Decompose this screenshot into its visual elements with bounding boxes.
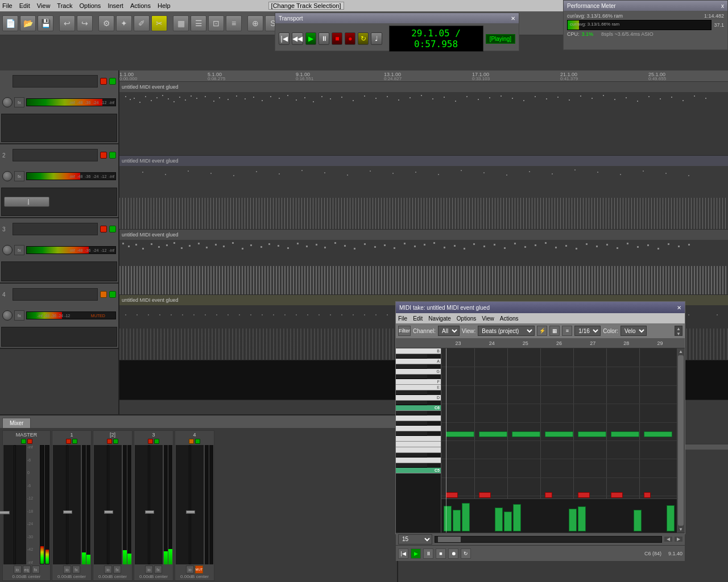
menu-view[interactable]: View xyxy=(37,2,51,9)
rec-arm-button[interactable]: ⊕ xyxy=(247,15,263,31)
track-2-led-rec[interactable] xyxy=(100,152,107,159)
mixer-ch3-led-green[interactable] xyxy=(154,439,159,444)
piano-key-Gb6[interactable] xyxy=(396,375,427,379)
midi-tool-3[interactable]: ≡ xyxy=(562,326,572,336)
mixer-ch1-fader-handle[interactable] xyxy=(63,510,72,514)
midi-tool-1[interactable]: ⚡ xyxy=(537,326,547,336)
midi-menu-actions[interactable]: Actions xyxy=(500,315,519,322)
lock-button[interactable]: ≡ xyxy=(226,15,242,31)
vel-bar-10[interactable] xyxy=(667,505,675,531)
midi-hscroll-right[interactable]: ▶ xyxy=(675,537,682,542)
midi-view-select[interactable]: Beats (project) xyxy=(478,326,535,336)
piano-key-A6[interactable]: A xyxy=(396,359,441,364)
mixer-ch4-led-orange[interactable] xyxy=(189,439,194,444)
midi-note-3[interactable] xyxy=(512,431,540,437)
mixer-ch3-fader[interactable] xyxy=(135,445,163,564)
piano-key-G6[interactable]: G xyxy=(396,369,441,375)
piano-key-Bb6[interactable] xyxy=(396,354,427,359)
rewind-button[interactable]: |◀ xyxy=(279,32,289,45)
mixer-ch2-led-red[interactable] xyxy=(107,439,112,444)
transport-close-button[interactable]: ✕ xyxy=(511,15,515,22)
track-1-input-btn[interactable] xyxy=(2,97,13,107)
snap-button[interactable]: ⊡ xyxy=(208,15,224,31)
mixer-ch1-led-green[interactable] xyxy=(72,439,77,444)
midi-pause-btn[interactable]: ⏸ xyxy=(423,548,433,559)
mixer-ch4-mute-btn[interactable]: MUT xyxy=(195,566,203,573)
piano-key-E6[interactable]: E xyxy=(396,385,441,390)
mixer-ch4-io-btn[interactable]: io xyxy=(186,566,194,573)
pause-button[interactable]: ⏸ xyxy=(318,32,329,45)
track-4-led-mute[interactable] xyxy=(109,291,116,298)
track-lane-2-inner[interactable]: untitled MIDI event glued xyxy=(119,156,728,229)
piano-key-Bb5[interactable] xyxy=(396,415,441,421)
piano-key-Eb5[interactable] xyxy=(396,453,427,458)
midi-vscrollbar[interactable]: ▲ ▼ xyxy=(677,348,685,533)
midi-stop-btn[interactable]: ■ xyxy=(436,548,446,559)
menu-options[interactable]: Options xyxy=(79,2,101,9)
mixer-ch2-fx-btn[interactable]: fx xyxy=(113,566,121,573)
piano-key-Db5[interactable] xyxy=(396,463,427,468)
piano-key-D6[interactable]: D xyxy=(396,395,441,401)
record-button[interactable]: ● xyxy=(345,32,355,45)
mixer-ch2-io-btn[interactable]: io xyxy=(104,566,112,573)
tool1-button[interactable]: ✦ xyxy=(116,15,132,31)
midi-menu-file[interactable]: File xyxy=(398,315,407,322)
perf-close-button[interactable]: x xyxy=(721,3,724,9)
midi-note-red-1[interactable] xyxy=(446,492,458,498)
piano-key-G5[interactable] xyxy=(396,431,427,436)
midi-hscroll-bg[interactable] xyxy=(435,536,662,543)
mixer-ch1-io-btn[interactable]: io xyxy=(63,566,71,573)
vel-bar-7[interactable] xyxy=(569,509,577,531)
menu-insert[interactable]: Insert xyxy=(107,2,123,9)
midi-note-red-6[interactable] xyxy=(644,492,651,498)
track-1-led-mute[interactable] xyxy=(109,78,116,85)
undo-button[interactable]: ↩ xyxy=(59,15,75,31)
midi-note-1[interactable] xyxy=(446,431,474,437)
mixer-ch4-fader-handle[interactable] xyxy=(186,510,195,514)
piano-key-C5[interactable]: C5 xyxy=(396,468,441,473)
track-lane-3-inner[interactable]: untitled MIDI event glued xyxy=(119,230,728,294)
piano-key-A5[interactable] xyxy=(396,421,427,426)
track-3-name[interactable] xyxy=(13,223,98,235)
track-3-input-btn[interactable] xyxy=(2,245,13,255)
piano-key-Eb6[interactable] xyxy=(396,390,427,395)
vel-bar-2[interactable] xyxy=(453,510,461,531)
midi-grid[interactable] xyxy=(441,348,677,533)
midi-quantize-select[interactable]: 1/16 xyxy=(574,326,601,336)
midi-loop-btn[interactable]: ↻ xyxy=(461,548,471,559)
mixer-ch3-led-red[interactable] xyxy=(148,439,153,444)
piano-key-F5[interactable] xyxy=(396,442,441,447)
mixer-master-led-red[interactable] xyxy=(27,439,32,444)
midi-note-4[interactable] xyxy=(545,431,573,437)
mixer-ch4-led-green[interactable] xyxy=(195,439,200,444)
mixer-ch3-fader-handle[interactable] xyxy=(145,510,154,514)
menu-edit[interactable]: Edit xyxy=(19,2,30,9)
track-4-fx-btn[interactable]: fx xyxy=(14,310,24,321)
track-2-fx-btn[interactable]: fx xyxy=(14,171,24,181)
mixer-ch2-led-green[interactable] xyxy=(113,439,118,444)
piano-key-Db6[interactable] xyxy=(396,401,427,405)
redo-button[interactable]: ↪ xyxy=(77,15,93,31)
mixer-master-fx-btn[interactable]: fx xyxy=(32,566,40,573)
loop-button[interactable]: ↻ xyxy=(358,32,369,45)
mixer-ch3-fx-btn[interactable]: fx xyxy=(154,566,162,573)
track-1-fx-btn[interactable]: fx xyxy=(14,97,24,107)
midi-note-red-5[interactable] xyxy=(611,492,623,498)
grid1-button[interactable]: ▦ xyxy=(173,15,189,31)
piano-key-B5[interactable] xyxy=(396,411,427,415)
vel-bar-3[interactable] xyxy=(462,503,470,531)
save-button[interactable]: 💾 xyxy=(38,15,53,31)
midi-menu-navigate[interactable]: Navigate xyxy=(428,315,450,322)
mixer-ch4-fader[interactable] xyxy=(176,445,204,564)
mixer-ch1-led-red[interactable] xyxy=(66,439,71,444)
midi-hscroll-thumb[interactable] xyxy=(438,537,461,542)
piano-keys-area[interactable]: B A G F E D C6 xyxy=(396,348,441,533)
track-4-input-btn[interactable] xyxy=(2,310,13,321)
midi-goto-start-btn[interactable]: |◀ xyxy=(398,548,408,559)
menu-actions[interactable]: Actions xyxy=(130,2,151,9)
track-3-led-mute[interactable] xyxy=(109,226,116,232)
mixer-master-io-btn[interactable]: io xyxy=(14,566,22,573)
mixer-master-eq-btn[interactable]: eq xyxy=(23,566,31,573)
midi-note-6[interactable] xyxy=(611,431,639,437)
mixer-master-fader[interactable] xyxy=(3,445,26,564)
